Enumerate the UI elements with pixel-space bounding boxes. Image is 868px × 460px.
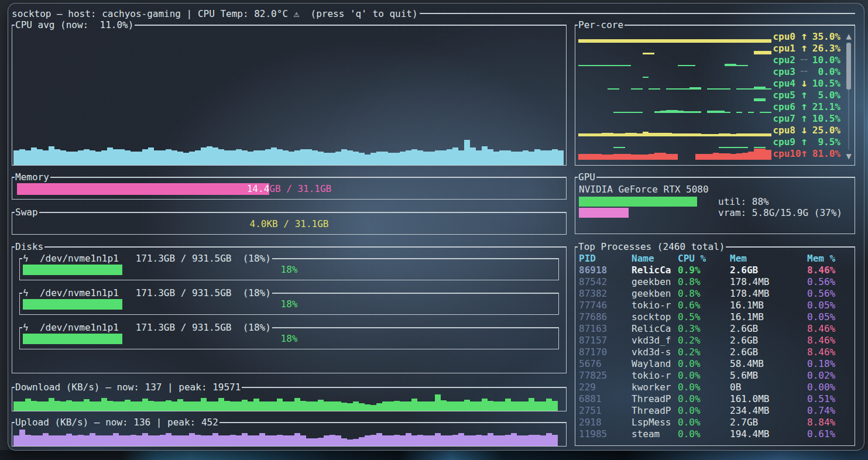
process-name: vkd3d_f: [632, 335, 678, 346]
process-mem-percent: 8.46%: [807, 346, 855, 358]
table-row: 2918 LspMess 0.0% 2.7GB 8.84%: [579, 417, 855, 428]
process-mem: 16.1MB: [730, 311, 807, 323]
process-cpu: 0.0%: [678, 405, 730, 417]
process-cpu: 0.8%: [678, 276, 730, 288]
process-mem-percent: 8.84%: [807, 417, 855, 428]
scroll-up-icon[interactable]: ▲: [845, 32, 852, 40]
border-segment: [272, 293, 559, 294]
scroll-down-icon[interactable]: ▼: [845, 152, 852, 160]
border-segment: [135, 25, 567, 26]
process-pid: 229: [579, 382, 632, 393]
download-history-chart: [13, 393, 565, 411]
core-label: cpu6 ↑ 21.1%: [773, 101, 855, 113]
process-cpu: 0.0%: [678, 393, 730, 405]
core-label: cpu7 ↑ 10.5%: [773, 113, 855, 125]
disk-item: ϟ /dev/nvme1n1p1 171.3GB / 931.5GB (18%)…: [19, 322, 559, 349]
core-label: cpu5 ↑ 5.0%: [773, 90, 855, 101]
disk-device: /dev/nvme1n1p1: [29, 287, 119, 299]
cpu-history-chart: [13, 31, 565, 165]
gpu-util-track: [579, 197, 713, 207]
border-segment: [50, 177, 567, 178]
process-pid: 87163: [579, 323, 632, 335]
download-panel: Download (KB/s) — now: 137 | peak: 19571: [12, 382, 567, 411]
per-core-body: cpu0 ↑ 35.0% cpu1 ↑ 26.3% cpu2 ╌ 10.0% c…: [575, 25, 855, 166]
disk-device: /dev/nvme1n1p1: [29, 322, 119, 334]
process-mem: 178.4MB: [730, 276, 807, 288]
cpu-avg-panel: CPU avg (now: 11.0%): [12, 19, 567, 166]
table-row: 86918 RelicCa 0.9% 2.6GB 8.46%: [579, 265, 855, 276]
core-history-sparkline: [578, 54, 773, 66]
border-segment: [39, 212, 567, 213]
core-row: cpu9 ↑ 9.5%: [578, 136, 855, 148]
table-row: 77686 socktop 0.5% 16.1MB 0.05%: [579, 311, 855, 323]
core-row: cpu6 ↑ 21.1%: [578, 101, 855, 113]
upload-panel: Upload (KB/s) — now: 136 | peak: 452: [12, 417, 567, 447]
process-mem-percent: 0.00%: [807, 382, 855, 393]
disk-item: ϟ /dev/nvme1n1p1 171.3GB / 931.5GB (18%)…: [19, 253, 559, 280]
swap-title: Swap: [15, 207, 39, 218]
col-header-cpu: CPU %: [678, 253, 730, 265]
process-pid: 87382: [579, 288, 632, 300]
table-row: 77746 tokio-r 0.6% 16.1MB 0.05%: [579, 300, 855, 311]
process-mem-percent: 0.51%: [807, 393, 855, 405]
table-row: 11985 steam 0.0% 194.4MB 0.61%: [579, 428, 855, 440]
process-mem: 2.7GB: [730, 417, 807, 428]
process-pid: 11985: [579, 428, 632, 440]
lightning-icon: ϟ: [23, 287, 29, 299]
core-history-sparkline: [578, 136, 773, 148]
border-segment: [596, 177, 855, 178]
process-mem: 2.6GB: [730, 265, 807, 276]
process-mem: 5.6MB: [730, 370, 807, 382]
process-cpu: 0.9%: [678, 265, 730, 276]
process-pid: 2751: [579, 405, 632, 417]
core-row: cpu1 ↑ 26.3%: [578, 43, 855, 54]
process-cpu: 0.5%: [678, 311, 730, 323]
core-row: cpu10↑ 81.0%: [578, 148, 855, 160]
gpu-vram-bar: [579, 208, 629, 218]
process-mem-percent: 0.56%: [807, 288, 855, 300]
process-mem-percent: 0.56%: [807, 276, 855, 288]
titlebar-line: [420, 13, 855, 14]
scrollbar[interactable]: ▲ ▼: [845, 32, 852, 160]
cpu-avg-body: [12, 25, 567, 166]
process-cpu: 0.8%: [678, 288, 730, 300]
disk-bar-label: 18%: [20, 299, 558, 310]
core-label: cpu4 ↓ 10.5%: [773, 78, 855, 90]
table-row: 5676 Wayland 0.0% 58.4MB 0.18%: [579, 358, 855, 370]
process-pid: 5676: [579, 358, 632, 370]
disk-percent: (18%): [231, 253, 270, 265]
table-row: 87382 geekben 0.8% 178.4MB 0.56%: [579, 288, 855, 300]
memory-meter: 14.4GB / 31.1GB 14.4GB / 31.1GB: [17, 183, 561, 195]
process-cpu: 0.0%: [678, 358, 730, 370]
table-row: 87157 vkd3d_f 0.2% 2.6GB 8.46%: [579, 335, 855, 346]
process-name: RelicCa: [632, 265, 678, 276]
per-core-panel: Per-core cpu0 ↑ 35.0% cpu1 ↑ 26.3% cpu2 …: [575, 19, 855, 166]
lightning-icon: ϟ: [23, 322, 29, 334]
upload-title: Upload (KB/s) — now: 136 | peak: 452: [15, 417, 219, 428]
border-segment: [219, 422, 567, 423]
core-row: cpu2 ╌ 10.0%: [578, 54, 855, 66]
processes-title: Top Processes (2460 total): [578, 241, 726, 253]
border-segment: [272, 258, 559, 259]
process-mem: 2.6GB: [730, 335, 807, 346]
process-mem-percent: 0.74%: [807, 405, 855, 417]
process-cpu: 0.3%: [678, 323, 730, 335]
core-history-sparkline: [578, 78, 773, 90]
process-name: ThreadP: [632, 405, 678, 417]
process-name: socktop: [632, 311, 678, 323]
scrollbar-thumb[interactable]: [846, 43, 851, 90]
process-cpu: 0.2%: [678, 335, 730, 346]
gpu-util-bar: [579, 197, 697, 207]
process-mem: 58.4MB: [730, 358, 807, 370]
processes-body: PID Name CPU % Mem Mem % 86918 RelicCa 0…: [575, 247, 855, 446]
process-mem: 2.6GB: [730, 346, 807, 358]
core-row: cpu5 ↑ 5.0%: [578, 90, 855, 101]
process-cpu: 0.2%: [678, 346, 730, 358]
process-mem-percent: 0.18%: [807, 358, 855, 370]
gpu-vram-track: [579, 208, 713, 218]
process-name: RelicCa: [632, 323, 678, 335]
process-name: geekben: [632, 276, 678, 288]
disks-panel: Disks ϟ /dev/nvme1n1p1 171.3GB / 931.5GB…: [12, 241, 567, 373]
table-row: 87163 RelicCa 0.3% 2.6GB 8.46%: [579, 323, 855, 335]
process-mem: 178.4MB: [730, 288, 807, 300]
